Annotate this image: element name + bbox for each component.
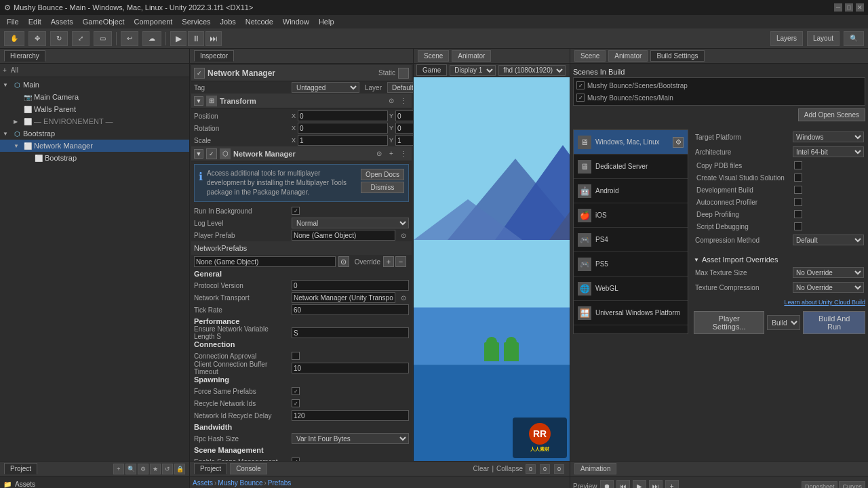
project-tab-2[interactable]: Project bbox=[194, 463, 227, 474]
project-settings-btn[interactable]: ⚙ bbox=[138, 464, 149, 474]
menu-netcode[interactable]: Netcode bbox=[241, 17, 277, 26]
clear-btn[interactable]: Clear bbox=[473, 465, 490, 472]
protocol-version-input[interactable] bbox=[292, 280, 409, 291]
project-search-btn[interactable]: 🔍 bbox=[125, 464, 136, 474]
scene-0-checkbox[interactable] bbox=[576, 81, 585, 89]
maximize-btn[interactable]: □ bbox=[845, 3, 853, 12]
menu-component[interactable]: Component bbox=[130, 17, 176, 26]
hierarchy-item-main[interactable]: ▼ ⬡ Main bbox=[0, 79, 189, 91]
menu-window[interactable]: Window bbox=[279, 17, 313, 26]
breadcrumb-mushy[interactable]: Mushy Bounce bbox=[218, 479, 262, 487]
scene-view-tab-right[interactable]: Scene bbox=[574, 50, 606, 62]
record-btn[interactable]: ⏺ bbox=[600, 480, 614, 489]
object-active-toggle[interactable]: ✓ bbox=[194, 68, 205, 79]
ensure-network-input[interactable] bbox=[292, 327, 409, 338]
scene-1-checkbox[interactable] bbox=[576, 94, 585, 102]
platform-ps5[interactable]: 🎮 PS5 bbox=[574, 252, 688, 277]
hierarchy-item-bootstrap-scene[interactable]: ▼ ⬡ Bootstrap bbox=[0, 127, 189, 140]
network-transport-picker[interactable]: ⊙ bbox=[398, 292, 409, 303]
animation-tab[interactable]: Animation bbox=[574, 463, 616, 474]
prefab-input[interactable] bbox=[194, 256, 336, 267]
platform-ps4[interactable]: 🎮 PS4 bbox=[574, 228, 688, 252]
nm-toggle[interactable]: ▼ bbox=[194, 149, 203, 159]
console-tab[interactable]: Console bbox=[230, 463, 267, 474]
tag-dropdown[interactable]: Untagged bbox=[292, 82, 359, 93]
deep-profile-checkbox[interactable] bbox=[794, 210, 802, 218]
platform-android[interactable]: 🤖 Android bbox=[574, 179, 688, 203]
autoconnect-checkbox[interactable] bbox=[794, 198, 802, 206]
tick-rate-input[interactable] bbox=[292, 304, 409, 315]
hierarchy-item-network-manager[interactable]: ▼ ⬜ Network Manager bbox=[0, 140, 189, 152]
resolution-dropdown[interactable]: fhd (1080x1920) bbox=[498, 65, 566, 76]
platform-windows[interactable]: 🖥 Windows, Mac, Linux ⚙ bbox=[574, 130, 688, 155]
prefab-picker-btn[interactable]: ⊙ bbox=[338, 256, 349, 267]
platform-settings-btn[interactable]: ⚙ bbox=[673, 137, 684, 148]
prefab-add-btn[interactable]: + bbox=[383, 256, 394, 267]
force-same-checkbox[interactable] bbox=[292, 387, 300, 395]
assets-root[interactable]: 📁 Assets bbox=[1, 478, 188, 488]
log-level-dropdown[interactable]: Normal bbox=[292, 218, 409, 228]
open-docs-btn[interactable]: Open Docs bbox=[361, 169, 404, 180]
script-debug-checkbox[interactable] bbox=[794, 222, 802, 230]
inspector-content[interactable]: ✓ Network Manager Static Tag Untagged La… bbox=[190, 64, 413, 461]
menu-services[interactable]: Services bbox=[178, 17, 214, 26]
minimize-btn[interactable]: ─ bbox=[834, 3, 842, 12]
layers-btn[interactable]: Layers bbox=[770, 31, 803, 46]
platform-ios[interactable]: 🍎 iOS bbox=[574, 203, 688, 228]
rpc-hash-dropdown[interactable]: Var Int Four Bytes bbox=[292, 433, 409, 444]
redo-btn[interactable]: ☁ bbox=[142, 31, 161, 46]
nm-active-toggle[interactable]: ✓ bbox=[206, 148, 217, 159]
position-y-input[interactable] bbox=[395, 110, 413, 121]
layout-btn[interactable]: Layout bbox=[807, 31, 840, 46]
menu-jobs[interactable]: Jobs bbox=[216, 17, 240, 26]
hand-tool-btn[interactable]: ✋ bbox=[4, 31, 24, 46]
rot-y-input[interactable] bbox=[395, 123, 413, 134]
run-in-bg-checkbox[interactable] bbox=[292, 207, 300, 215]
nm-focus-btn[interactable]: ⊙ bbox=[374, 148, 384, 159]
menu-edit[interactable]: Edit bbox=[24, 17, 45, 26]
recycle-ids-checkbox[interactable] bbox=[292, 399, 300, 407]
prev-key-btn[interactable]: ⏮ bbox=[616, 480, 630, 489]
client-timeout-input[interactable] bbox=[292, 363, 409, 373]
add-key-btn[interactable]: + bbox=[665, 480, 679, 489]
max-texture-dropdown[interactable]: No Override bbox=[793, 267, 864, 278]
copy-pdb-checkbox[interactable] bbox=[794, 161, 802, 169]
project-refresh-btn[interactable]: ↺ bbox=[162, 464, 173, 474]
breadcrumb-assets[interactable]: Assets bbox=[193, 479, 213, 487]
platform-dedicated-server[interactable]: 🖥 Dedicated Server bbox=[574, 155, 688, 179]
pause-btn[interactable]: ⏸ bbox=[188, 31, 204, 46]
compression-dropdown[interactable]: Default bbox=[793, 235, 864, 245]
add-open-scenes-btn[interactable]: Add Open Scenes bbox=[798, 108, 865, 121]
menu-assets[interactable]: Assets bbox=[47, 17, 77, 26]
transform-menu-btn[interactable]: ⋮ bbox=[398, 96, 409, 106]
curves-btn[interactable]: Curves bbox=[839, 481, 865, 489]
player-prefab-picker-btn[interactable]: ⊙ bbox=[398, 230, 409, 241]
scale-y-input[interactable] bbox=[395, 135, 413, 146]
enable-scene-mgmt-checkbox[interactable] bbox=[292, 458, 300, 461]
hierarchy-add-btn[interactable]: + bbox=[3, 66, 7, 74]
player-prefab-input[interactable] bbox=[292, 230, 395, 241]
static-toggle[interactable] bbox=[398, 68, 409, 79]
player-settings-btn[interactable]: Player Settings... bbox=[694, 311, 764, 334]
hierarchy-item-maincamera[interactable]: 📷 Main Camera bbox=[0, 91, 189, 103]
project-add-btn[interactable]: + bbox=[113, 464, 124, 474]
scale-tool-btn[interactable]: ⤢ bbox=[72, 31, 90, 46]
scale-x-input[interactable] bbox=[298, 135, 388, 146]
menu-gameobject[interactable]: GameObject bbox=[79, 17, 129, 26]
animator-tab-right[interactable]: Animator bbox=[608, 50, 648, 62]
position-x-input[interactable] bbox=[298, 110, 388, 121]
search-icon-btn[interactable]: 🔍 bbox=[844, 31, 864, 46]
display-dropdown[interactable]: Display 1 bbox=[450, 65, 496, 76]
build-target-dropdown[interactable]: Build bbox=[767, 315, 800, 330]
breadcrumb-prefabs[interactable]: Prefabs bbox=[268, 479, 291, 487]
rect-tool-btn[interactable]: ▭ bbox=[94, 31, 112, 46]
game-tab[interactable]: Game bbox=[416, 64, 447, 76]
target-platform-dropdown[interactable]: Windows bbox=[793, 131, 864, 142]
connection-approval-checkbox[interactable] bbox=[292, 352, 300, 360]
inspector-tab[interactable]: Inspector bbox=[194, 50, 234, 62]
project-favorite-btn[interactable]: ★ bbox=[150, 464, 161, 474]
undo-btn[interactable]: ↩ bbox=[121, 31, 138, 46]
rot-x-input[interactable] bbox=[298, 123, 388, 134]
platform-uwp[interactable]: 🪟 Universal Windows Platform bbox=[574, 301, 688, 325]
layer-dropdown[interactable]: Default bbox=[387, 82, 413, 93]
